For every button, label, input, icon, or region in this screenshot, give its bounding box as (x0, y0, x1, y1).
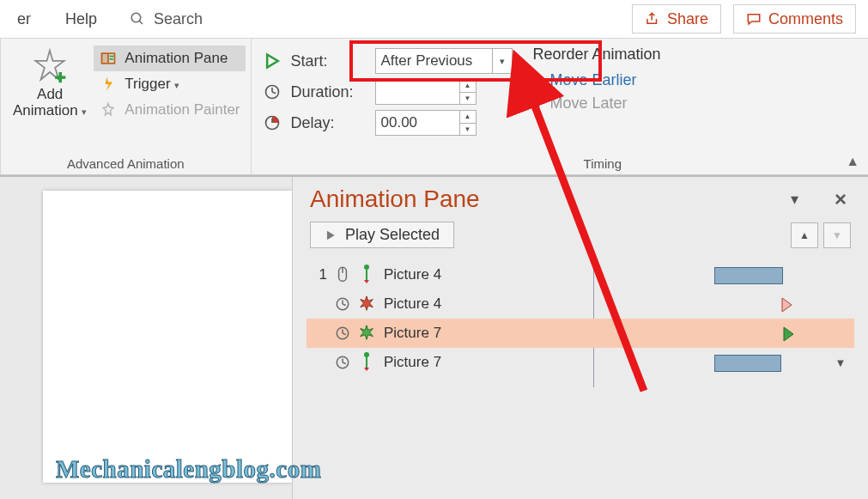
add-animation-label1: Add (37, 86, 63, 102)
sequence-number: 1 (310, 266, 331, 283)
up-caret-icon: ▲ (533, 74, 545, 88)
svg-point-27 (364, 352, 369, 357)
animation-pane: Animation Pane ▾ × Play Selected ▲ ▼ 1Pi… (292, 177, 868, 499)
animation-pane-icon (100, 50, 117, 67)
ribbon-tab-fragment[interactable]: er (0, 0, 48, 38)
spinner-up-icon[interactable]: ▲ (460, 80, 476, 92)
object-name: Picture 7 (379, 325, 495, 342)
comments-button[interactable]: Comments (733, 4, 856, 33)
svg-line-26 (343, 362, 346, 364)
add-animation-icon (32, 48, 68, 84)
spinner-down-icon[interactable]: ▼ (460, 123, 476, 136)
close-pane-icon[interactable]: × (830, 187, 851, 211)
svg-line-1 (139, 21, 143, 24)
animation-list: 1Picture 4Picture 4Picture 7Picture 7▼ (293, 260, 868, 377)
animation-list-item[interactable]: 1Picture 4 (307, 260, 854, 289)
animation-list-item[interactable]: Picture 7▼ (307, 348, 854, 377)
move-earlier-button[interactable]: ▲ Move Earlier (533, 69, 661, 92)
delay-value: 00.00 (381, 114, 459, 131)
timeline-bar (495, 260, 830, 289)
svg-rect-4 (102, 53, 109, 64)
start-dropdown[interactable]: After Previous ▾ (375, 48, 513, 74)
svg-line-23 (343, 333, 346, 335)
search-icon (130, 11, 145, 27)
add-animation-label2: Animation ▾ (13, 102, 87, 119)
share-button[interactable]: Share (632, 4, 721, 33)
play-icon (264, 52, 281, 70)
object-name: Picture 7 (379, 354, 495, 371)
duration-label: Duration: (291, 83, 368, 101)
animation-painter-button: Animation Painter (94, 97, 245, 123)
comments-label: Comments (768, 10, 843, 28)
object-name: Picture 4 (379, 266, 495, 283)
expand-chevron-icon[interactable]: ▼ (830, 356, 851, 369)
add-animation-button[interactable]: Add Animation ▾ (6, 42, 94, 124)
slide-thumbnail[interactable] (43, 191, 292, 483)
timeline-bar (495, 319, 830, 348)
delay-field[interactable]: 00.00 ▲▼ (375, 110, 476, 136)
animation-painter-icon (100, 101, 117, 119)
effect-icon (355, 352, 379, 373)
move-later-button: ▼ Move Later (533, 92, 661, 115)
move-down-button: ▼ (823, 222, 851, 248)
animation-painter-label: Animation Painter (124, 101, 240, 119)
pane-title: Animation Pane (310, 186, 784, 213)
delay-label: Delay: (291, 114, 368, 132)
animation-pane-button[interactable]: Animation Pane (94, 46, 245, 71)
group-advanced-animation-label: Advanced Animation (6, 155, 246, 173)
effect-icon (355, 324, 379, 343)
svg-line-20 (343, 304, 346, 306)
search-label: Search (154, 10, 203, 28)
start-label: Start: (291, 52, 368, 70)
comments-icon (746, 11, 762, 27)
tell-me-search[interactable]: Search (114, 10, 218, 28)
timeline-bar (495, 289, 830, 319)
chevron-down-icon[interactable]: ▾ (492, 49, 512, 73)
trigger-icon (331, 296, 355, 312)
timeline-bar (495, 348, 830, 377)
animation-list-item[interactable]: Picture 7 (307, 319, 854, 348)
delay-icon (264, 114, 281, 131)
share-icon (645, 11, 660, 27)
move-earlier-label: Move Earlier (549, 71, 636, 89)
share-label: Share (667, 10, 708, 28)
group-timing-label: Timing (343, 155, 863, 173)
effect-icon (355, 295, 379, 313)
trigger-button[interactable]: Trigger ▾ (94, 71, 245, 97)
object-name: Picture 4 (379, 295, 495, 313)
trigger-icon (331, 326, 355, 341)
play-selected-label: Play Selected (345, 226, 440, 244)
ribbon-tab-help[interactable]: Help (48, 0, 114, 38)
move-up-button[interactable]: ▲ (791, 222, 818, 248)
svg-point-0 (131, 13, 141, 22)
trigger-icon (100, 76, 117, 93)
svg-line-11 (272, 92, 276, 94)
start-value: After Previous (381, 52, 492, 70)
svg-point-16 (364, 265, 369, 270)
watermark-text: Mechanicalengblog.com (56, 455, 321, 484)
play-icon (325, 229, 337, 241)
collapse-ribbon-icon[interactable]: ▲ (846, 154, 859, 169)
down-caret-icon: ▼ (533, 97, 545, 111)
reorder-title: Reorder Animation (533, 46, 661, 64)
effect-icon (355, 265, 379, 285)
animation-list-item[interactable]: Picture 4 (307, 289, 854, 319)
play-selected-button[interactable]: Play Selected (310, 222, 454, 248)
duration-icon (264, 83, 281, 100)
trigger-label: Trigger ▾ (124, 76, 179, 93)
pane-options-chevron-icon[interactable]: ▾ (784, 190, 804, 209)
duration-field[interactable]: ▲▼ (375, 79, 476, 105)
slide-canvas-area (0, 177, 292, 499)
trigger-icon (331, 355, 355, 370)
spinner-up-icon[interactable]: ▲ (460, 111, 476, 123)
animation-pane-label: Animation Pane (124, 50, 228, 67)
trigger-icon (331, 265, 355, 284)
spinner-down-icon[interactable]: ▼ (460, 92, 476, 105)
move-later-label: Move Later (549, 94, 627, 113)
